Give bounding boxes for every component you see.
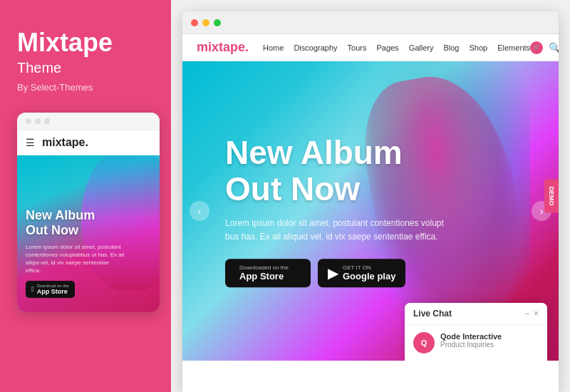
nav-item-tours[interactable]: Tours xyxy=(348,43,367,52)
googleplay-top-label: GET IT ON xyxy=(343,264,395,271)
mobile-hero-title: New AlbumOut Now xyxy=(26,208,125,239)
mobile-browser-dots xyxy=(17,113,160,130)
site-logo: mixtape. xyxy=(197,40,249,55)
theme-title: Mixtape xyxy=(17,29,154,57)
appstore-button[interactable]: Downloaded on the App Store xyxy=(225,259,311,287)
right-panel: mixtape. Home Discography Tours Pages Ga… xyxy=(171,0,570,392)
nav-item-shop[interactable]: Shop xyxy=(470,43,488,52)
site-navbar: mixtape. Home Discography Tours Pages Ga… xyxy=(182,34,559,61)
browser-toolbar xyxy=(182,11,559,34)
browser-dot-minimize[interactable] xyxy=(202,19,209,26)
theme-subtitle: Theme xyxy=(17,60,154,76)
nav-item-gallery[interactable]: Gallery xyxy=(409,43,434,52)
apple-icon:  xyxy=(31,285,34,293)
hero-description: Lorem ipsum dolor sit amet, postulant co… xyxy=(225,217,453,244)
site-nav-icons: 🛒 🔍 ☰ xyxy=(530,41,559,54)
browser-dot-expand[interactable] xyxy=(214,19,221,26)
live-chat-widget: Live Chat − × Q Qode Interactive Product… xyxy=(405,303,547,361)
nav-item-elements[interactable]: Elements xyxy=(497,43,530,52)
browser-window: mixtape. Home Discography Tours Pages Ga… xyxy=(182,11,559,392)
carousel-prev-arrow[interactable]: ‹ xyxy=(190,201,209,221)
mobile-appstore-button[interactable]:  Download on the App Store xyxy=(26,281,75,298)
mobile-logo: mixtape. xyxy=(42,136,88,149)
mobile-hero-text: Lorem ipsum dolor sit amet, postulant co… xyxy=(26,243,125,275)
site-logo-text: mixtape. xyxy=(197,40,249,54)
mobile-appstore-text: Download on the App Store xyxy=(37,284,69,295)
mobile-hamburger-icon[interactable]: ☰ xyxy=(26,137,35,148)
site-hero: ‹ › New AlbumOut Now Lorem ipsum dolor s… xyxy=(182,61,559,361)
browser-content: mixtape. Home Discography Tours Pages Ga… xyxy=(182,34,559,392)
left-panel: Mixtape Theme By Select-Themes ☰ mixtape… xyxy=(0,0,171,392)
side-tab[interactable]: DEMO xyxy=(544,180,559,213)
live-chat-header: Live Chat − × xyxy=(405,303,547,325)
nav-item-pages[interactable]: Pages xyxy=(376,43,398,52)
googleplay-button[interactable]: ▶ GET IT ON Google play xyxy=(318,259,405,287)
google-play-icon: ▶ xyxy=(328,264,338,282)
mobile-hero-content: New AlbumOut Now Lorem ipsum dolor sit a… xyxy=(26,208,125,298)
agent-info: Qode Interactive Product Inquiries xyxy=(440,332,539,349)
nav-item-blog[interactable]: Blog xyxy=(443,43,459,52)
mobile-dot-1 xyxy=(26,118,31,124)
appstore-top-label: Downloaded on the xyxy=(239,264,289,271)
hero-content: New AlbumOut Now Lorem ipsum dolor sit a… xyxy=(225,135,453,287)
live-chat-minimize-button[interactable]: − xyxy=(524,309,529,319)
theme-by: By Select-Themes xyxy=(17,82,154,93)
mobile-preview: ☰ mixtape. New AlbumOut Now Lorem ipsum … xyxy=(17,113,160,312)
live-chat-close-button[interactable]: × xyxy=(534,309,539,319)
hero-title: New AlbumOut Now xyxy=(225,135,453,207)
googleplay-text: GET IT ON Google play xyxy=(343,264,395,282)
cart-icon[interactable]: 🛒 xyxy=(530,41,543,54)
live-chat-actions: − × xyxy=(524,309,539,319)
agent-avatar: Q xyxy=(413,332,435,354)
mobile-dot-3 xyxy=(44,118,50,124)
nav-item-home[interactable]: Home xyxy=(263,43,284,52)
site-nav-items: Home Discography Tours Pages Gallery Blo… xyxy=(263,43,530,52)
hero-buttons: Downloaded on the App Store ▶ GET IT ON … xyxy=(225,259,453,287)
live-chat-body: Q Qode Interactive Product Inquiries xyxy=(405,325,547,361)
mobile-appstore-label: App Store xyxy=(37,288,69,295)
googleplay-main-label: Google play xyxy=(343,271,395,282)
mobile-download-top: Download on the xyxy=(37,284,69,288)
agent-name: Qode Interactive xyxy=(440,332,539,341)
appstore-text: Downloaded on the App Store xyxy=(239,264,289,282)
agent-status: Product Inquiries xyxy=(440,341,539,349)
mobile-dot-2 xyxy=(35,118,41,124)
mobile-hero: New AlbumOut Now Lorem ipsum dolor sit a… xyxy=(17,155,160,312)
nav-item-discography[interactable]: Discography xyxy=(294,43,337,52)
browser-dot-close[interactable] xyxy=(191,19,198,26)
mobile-nav: ☰ mixtape. xyxy=(17,130,160,155)
appstore-main-label: App Store xyxy=(239,271,289,282)
live-chat-title: Live Chat xyxy=(413,309,452,319)
search-icon[interactable]: 🔍 xyxy=(549,42,559,53)
